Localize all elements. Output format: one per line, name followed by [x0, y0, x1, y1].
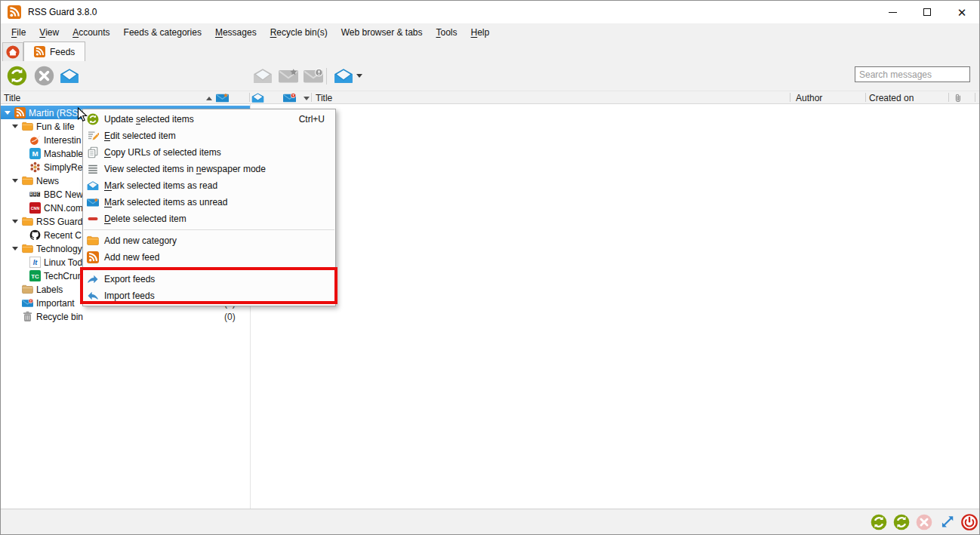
menubar-item-tools[interactable]: Tools: [430, 25, 464, 40]
expander-icon[interactable]: [12, 220, 18, 223]
update-selected-items-menu-item[interactable]: Update selected itemsCtrl+U: [83, 111, 335, 128]
comet-icon: [29, 134, 41, 146]
menubar-item-help[interactable]: Help: [464, 25, 497, 40]
refresh-icon: [7, 66, 27, 86]
feed-label: Recent C: [44, 230, 82, 241]
feed-label: CNN.com: [44, 203, 83, 214]
close-button[interactable]: ✕: [945, 1, 979, 23]
read-column-header[interactable]: [251, 92, 264, 103]
mashable-icon: M: [29, 148, 41, 159]
menubar: FileViewAccountsFeeds & categoriesMessag…: [1, 23, 979, 41]
menubar-item-feeds-categories[interactable]: Feeds & categories: [117, 25, 208, 40]
mark-selected-items-as-read-menu-item[interactable]: Mark selected items as read: [83, 177, 335, 194]
copy-urls-of-selected-items-menu-item[interactable]: Copy URLs of selected items: [83, 144, 335, 161]
feed-list-title-header[interactable]: Title: [4, 93, 20, 103]
column-separator: [311, 93, 312, 102]
folder-icon: [87, 235, 99, 247]
highlight-red-box: [80, 267, 337, 304]
delete-icon: [87, 213, 99, 225]
menubar-item-recycle-bin-s[interactable]: Recycle bin(s): [263, 25, 334, 40]
menu-item-label: View selected items in newspaper mode: [104, 164, 266, 174]
menu-separator: [84, 229, 334, 230]
stop-disabled-icon: [916, 514, 932, 530]
delete-selected-item-menu-item[interactable]: Delete selected item: [83, 211, 335, 227]
env-open-gray-icon: [253, 68, 273, 84]
env-star-gray-icon: [279, 68, 298, 84]
stop-running-updates-button[interactable]: [34, 66, 54, 86]
minimize-button[interactable]: [875, 1, 910, 23]
svg-text:CNN: CNN: [31, 206, 40, 211]
tab-home[interactable]: [2, 42, 23, 61]
env-star-blue-icon: [87, 196, 99, 208]
update-feeds-button[interactable]: [871, 514, 887, 530]
newspaper-icon: [87, 163, 99, 175]
env-alert-gray-icon: [304, 68, 323, 84]
menu-item-label: Add new category: [104, 235, 177, 246]
search-input[interactable]: [855, 66, 970, 82]
expander-icon[interactable]: [12, 125, 18, 128]
menubar-item-web-browser-tabs[interactable]: Web browser & tabs: [334, 25, 430, 40]
mark-all-read-button[interactable]: [60, 68, 79, 84]
add-new-feed-menu-item[interactable]: Add new feed: [83, 249, 335, 266]
tab-feeds-label: Feeds: [50, 47, 75, 57]
paperclip-icon[interactable]: [953, 93, 963, 103]
folder-icon: [22, 175, 33, 186]
message-title-header[interactable]: Title: [316, 93, 332, 103]
edit-selected-item-menu-item[interactable]: Edit selected item: [83, 128, 335, 144]
importance-column-header[interactable]: [283, 92, 296, 103]
dropdown-caret-icon[interactable]: [356, 74, 362, 78]
feed-label: Mashable: [44, 149, 83, 159]
toolbar-separator: [326, 68, 327, 85]
add-new-category-menu-item[interactable]: Add new category: [83, 232, 335, 249]
unread-count: (0): [224, 312, 236, 322]
github-icon: [29, 229, 41, 241]
app-rss-icon: [8, 5, 21, 19]
column-separator: [865, 93, 866, 102]
statusbar: [1, 509, 979, 534]
sort-ascending-icon: [206, 97, 212, 100]
refresh-icon: [893, 514, 910, 530]
header-caret-icon[interactable]: [304, 97, 310, 100]
rss-icon: [14, 107, 26, 118]
column-header-row: TitleTitleAuthorCreated on: [1, 91, 979, 104]
menubar-item-view[interactable]: View: [32, 25, 66, 40]
expander-icon[interactable]: [12, 179, 18, 183]
env-open-blue-icon: [60, 68, 79, 84]
update-feeds-2-button[interactable]: [893, 514, 910, 530]
feed-label: Linux Tod: [44, 257, 82, 268]
refresh-icon: [871, 514, 887, 530]
created-on-header[interactable]: Created on: [869, 93, 914, 103]
menubar-item-messages[interactable]: Messages: [208, 25, 263, 40]
view-selected-items-in-newspaper-mode-menu-item[interactable]: View selected items in newspaper mode: [83, 161, 335, 177]
maximize-button[interactable]: [910, 1, 945, 23]
home-icon: [6, 45, 20, 59]
mark-selected-items-as-unread-menu-item[interactable]: Mark selected items as unread: [83, 194, 335, 211]
feed-label: Fun & life: [36, 121, 75, 132]
fullscreen-button[interactable]: [938, 514, 955, 530]
feed-count-column-header[interactable]: [216, 92, 229, 103]
author-header[interactable]: Author: [796, 93, 822, 103]
mouse-cursor: [77, 107, 88, 123]
menubar-item-file[interactable]: File: [5, 25, 32, 40]
feed-label: Interestin: [44, 135, 81, 146]
maximize-icon: [923, 8, 931, 16]
expander-icon[interactable]: [12, 247, 18, 251]
minimize-icon: [889, 12, 897, 13]
feed-label: BBC News: [44, 189, 88, 200]
refresh-icon: [87, 113, 99, 125]
svg-text:TC: TC: [31, 272, 39, 279]
menubar-item-accounts[interactable]: Accounts: [66, 25, 116, 40]
env-open-blue-icon: [87, 180, 99, 192]
tab-feeds[interactable]: Feeds: [23, 42, 85, 61]
toolbar: [1, 61, 979, 91]
quit-button[interactable]: [961, 514, 978, 530]
feed-row-recycle-bin[interactable]: Recycle bin(0): [1, 309, 250, 323]
menu-item-label: Edit selected item: [104, 131, 176, 141]
mark-read-dropdown-button[interactable]: [334, 68, 353, 84]
copy-icon: [87, 146, 99, 158]
update-all-feeds-button[interactable]: [7, 66, 27, 86]
stop-updates-button: [916, 514, 932, 530]
feed-label: RSS Guard: [36, 217, 82, 227]
expander-icon[interactable]: [5, 111, 11, 115]
rss-icon: [87, 251, 99, 263]
